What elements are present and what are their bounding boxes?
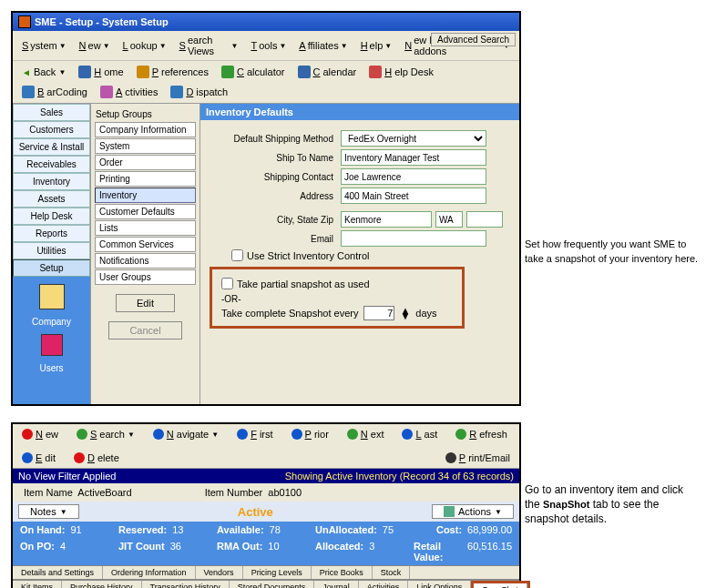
- tab-transaction-history[interactable]: Transaction History: [142, 581, 230, 588]
- form-header: Inventory Defaults: [200, 104, 519, 120]
- nav-service-install[interactable]: Service & Install: [13, 138, 90, 156]
- shipping-method-select[interactable]: FedEx Overnight: [341, 130, 486, 147]
- menu-tools[interactable]: Tools ▼: [245, 38, 292, 53]
- tab-snapshot[interactable]: SnapShot: [474, 583, 527, 588]
- prior-button[interactable]: Prior: [286, 426, 334, 442]
- contact-input[interactable]: [341, 168, 486, 185]
- advanced-search-button[interactable]: Advanced Search: [431, 33, 516, 46]
- setup-groups-header: Setup Groups: [93, 107, 198, 121]
- setup-item-printing[interactable]: Printing: [95, 171, 196, 187]
- menu-search-views[interactable]: Search Views ▼: [174, 33, 244, 58]
- setup-item-common-services[interactable]: Common Services: [95, 237, 196, 252]
- tab-ordering-information[interactable]: Ordering Information: [103, 566, 196, 579]
- actions-dropdown[interactable]: Actions▼: [432, 504, 514, 519]
- tab-stored-documents[interactable]: Stored Documents: [230, 581, 315, 588]
- print-email-button[interactable]: Print/Email: [440, 450, 516, 466]
- menu-lookup[interactable]: Lookup ▼: [118, 38, 172, 53]
- setup-item-lists[interactable]: Lists: [95, 220, 196, 236]
- tab-vendors[interactable]: Vendors: [196, 566, 243, 579]
- tab-details-and-settings[interactable]: Details and Settings: [13, 566, 103, 579]
- nav-inventory[interactable]: Inventory: [13, 173, 90, 190]
- cancel-button[interactable]: Cancel: [108, 321, 181, 340]
- tab-journal[interactable]: Journal: [314, 581, 359, 588]
- setup-item-system[interactable]: System: [95, 138, 196, 154]
- preferences-button[interactable]: Preferences: [131, 63, 214, 81]
- back-button[interactable]: ◄ Back ▼: [16, 64, 71, 80]
- stats-row-2: On PO:4JIT Count36RMA Out:10Allocated:3R…: [13, 538, 519, 565]
- users-icon[interactable]: [41, 334, 63, 356]
- delete-button[interactable]: Delete: [68, 450, 125, 466]
- new-button[interactable]: New: [16, 426, 64, 442]
- tab-activities[interactable]: Activities: [359, 581, 409, 588]
- last-button[interactable]: Last: [396, 426, 443, 442]
- menu-new[interactable]: New ▼: [74, 38, 116, 53]
- menu-help[interactable]: Help ▼: [355, 38, 398, 53]
- stat-cell: Retail Value:60,516.15: [414, 541, 512, 563]
- item-name-value: ActiveBoard: [77, 487, 131, 498]
- nav-sales[interactable]: Sales: [13, 104, 90, 121]
- city-label: City, State Zip: [210, 215, 337, 225]
- search-button[interactable]: Search ▼: [71, 426, 140, 442]
- stat-cell: Allocated:3: [315, 541, 414, 563]
- next-button[interactable]: Next: [342, 426, 390, 442]
- edit-button[interactable]: Edit: [16, 450, 61, 466]
- tab-price-books[interactable]: Price Books: [312, 566, 373, 579]
- state-input[interactable]: [435, 211, 463, 228]
- notes-dropdown[interactable]: Notes▼: [18, 504, 79, 519]
- chevron-down-icon: ▼: [495, 508, 502, 516]
- address-label: Address: [210, 191, 337, 201]
- company-icon[interactable]: [39, 284, 65, 309]
- tab-kit-items[interactable]: Kit Items: [13, 581, 62, 588]
- activities-button[interactable]: Activities: [95, 83, 163, 101]
- address-input[interactable]: [341, 188, 486, 204]
- home-button[interactable]: Home: [73, 63, 128, 81]
- strict-inventory-checkbox[interactable]: [231, 249, 243, 261]
- tab-stock[interactable]: Stock: [373, 566, 411, 579]
- tab-pricing-levels[interactable]: Pricing Levels: [243, 566, 312, 579]
- inventory-window: NewSearch ▼Navigate ▼FirstPriorNextLastR…: [11, 422, 521, 588]
- setup-item-user-groups[interactable]: User Groups: [95, 269, 196, 285]
- city-input[interactable]: [341, 211, 432, 228]
- snapshot-settings-highlight: Take partial snapshot as used -OR- Take …: [210, 267, 465, 329]
- calculator-button[interactable]: Calculator: [216, 63, 291, 81]
- barcoding-button[interactable]: BarCoding: [16, 83, 93, 101]
- stat-cell: On Hand:91: [20, 524, 118, 535]
- setup-item-order[interactable]: Order: [95, 155, 196, 170]
- complete-label: Take complete Snapshot every: [221, 308, 358, 319]
- nav-utilities[interactable]: Utilities: [13, 242, 90, 259]
- zip-input[interactable]: [466, 211, 503, 228]
- filter-mid: Showing Active Inventory: [285, 471, 397, 482]
- company-label: Company: [32, 317, 71, 327]
- dispatch-button[interactable]: Dispatch: [165, 83, 233, 101]
- users-label: Users: [39, 363, 63, 373]
- setup-item-notifications[interactable]: Notifications: [95, 253, 196, 269]
- tab-link-options[interactable]: Link Options: [408, 581, 471, 588]
- spin-down-icon[interactable]: ▼: [400, 313, 410, 319]
- nav-setup[interactable]: Setup: [13, 259, 90, 277]
- days-input[interactable]: [363, 306, 394, 320]
- tab-purchase-history[interactable]: Purchase History: [62, 581, 142, 588]
- nav-reports[interactable]: Reports: [13, 225, 90, 242]
- nav-customers[interactable]: Customers: [13, 121, 90, 138]
- refresh-button[interactable]: Refresh: [450, 426, 513, 442]
- nav-help-desk[interactable]: Help Desk: [13, 208, 90, 225]
- partial-snapshot-checkbox[interactable]: [221, 278, 233, 289]
- first-button[interactable]: First: [231, 426, 278, 442]
- nav-assets[interactable]: Assets: [13, 190, 90, 208]
- calendar-button[interactable]: Calendar: [292, 63, 363, 81]
- help desk-button[interactable]: Help Desk: [363, 63, 439, 81]
- nav-receivables[interactable]: Receivables: [13, 156, 90, 173]
- tab-bar-2: Kit ItemsPurchase HistoryTransaction His…: [13, 580, 519, 588]
- ship-to-input[interactable]: [341, 149, 486, 166]
- edit-button[interactable]: Edit: [116, 294, 175, 312]
- setup-item-inventory[interactable]: Inventory: [95, 188, 196, 203]
- setup-item-company-information[interactable]: Company Information: [95, 122, 196, 137]
- email-input[interactable]: [341, 230, 486, 247]
- chevron-down-icon: ▼: [58, 68, 66, 76]
- toolbar: ◄ Back ▼ HomePreferencesCalculatorCalend…: [13, 61, 519, 104]
- window-title: SME - Setup - System Setup: [35, 16, 169, 27]
- menu-system[interactable]: System ▼: [16, 38, 72, 53]
- navigate-button[interactable]: Navigate ▼: [148, 426, 224, 442]
- menu-affiliates[interactable]: Affiliates ▼: [293, 38, 353, 53]
- setup-item-customer-defaults[interactable]: Customer Defaults: [95, 204, 196, 219]
